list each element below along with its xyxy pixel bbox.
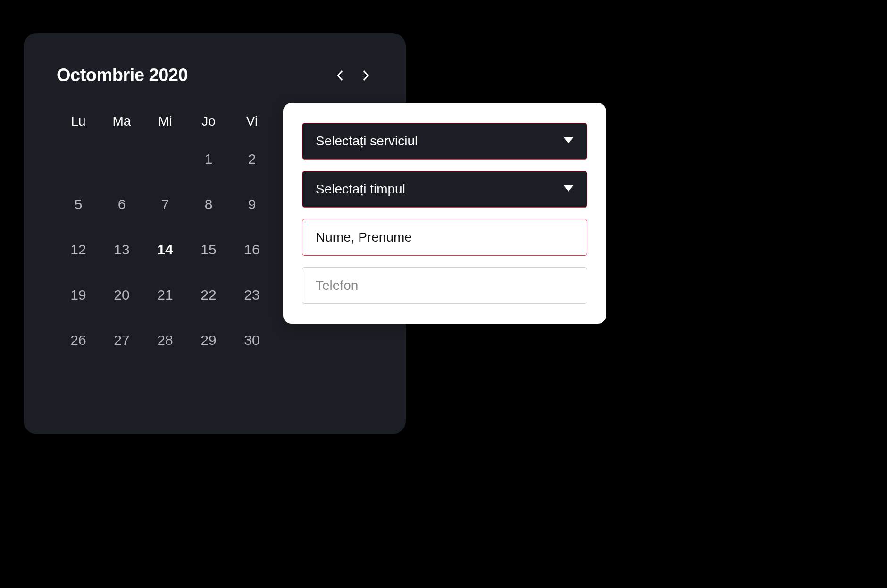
day-cell[interactable]: 16 [230, 238, 274, 261]
time-select-label: Selectați timpul [316, 182, 405, 197]
day-cell[interactable]: 9 [230, 193, 274, 216]
day-number: 14 [157, 242, 173, 258]
next-month-button[interactable] [360, 69, 373, 82]
day-cell[interactable]: 19 [57, 284, 100, 306]
day-cell[interactable]: 15 [187, 238, 230, 261]
weekday-label: Ma [100, 114, 143, 129]
weekday-label: Jo [187, 114, 230, 129]
day-cell[interactable]: 12 [57, 238, 100, 261]
weekday-label: Vi [230, 114, 274, 129]
month-title: Octombrie 2020 [57, 65, 188, 85]
day-cell[interactable]: 30 [230, 329, 274, 352]
weekday-label: Mi [143, 114, 187, 129]
caret-down-icon [563, 137, 574, 145]
svg-marker-0 [563, 137, 574, 143]
day-cell[interactable]: 23 [230, 284, 274, 306]
day-cell[interactable]: 21 [143, 284, 187, 306]
day-cell[interactable]: 20 [100, 284, 143, 306]
service-select-label: Selectați serviciul [316, 134, 418, 149]
name-input[interactable] [302, 219, 587, 256]
day-cell[interactable]: 6 [100, 193, 143, 216]
day-cell[interactable]: 22 [187, 284, 230, 306]
weekdays-row: Lu Ma Mi Jo Vi [47, 114, 283, 129]
day-cell[interactable]: 28 [143, 329, 187, 352]
day-cell[interactable] [100, 148, 143, 170]
time-select[interactable]: Selectați timpul [302, 171, 587, 208]
prev-month-button[interactable] [333, 69, 346, 82]
service-select[interactable]: Selectați serviciul [302, 123, 587, 160]
day-cell[interactable]: 5 [57, 193, 100, 216]
day-cell[interactable]: 29 [187, 329, 230, 352]
day-cell[interactable] [57, 148, 100, 170]
day-cell[interactable]: 2 [230, 148, 274, 170]
day-cell[interactable]: 7 [143, 193, 187, 216]
caret-down-icon [563, 185, 574, 193]
day-cell[interactable]: 13 [100, 238, 143, 261]
day-cell[interactable]: 27 [100, 329, 143, 352]
day-cell[interactable]: 1 [187, 148, 230, 170]
nav-arrows [333, 69, 373, 82]
day-cell-selected[interactable]: 14 [143, 238, 187, 261]
weekday-label: Lu [57, 114, 100, 129]
day-cell[interactable]: 8 [187, 193, 230, 216]
chevron-left-icon [336, 69, 343, 82]
svg-marker-1 [563, 185, 574, 192]
chevron-right-icon [362, 69, 370, 82]
phone-input[interactable] [302, 267, 587, 304]
booking-form-card: Selectați serviciul Selectați timpul [283, 103, 606, 324]
days-grid: 1 2 5 6 7 8 9 12 13 14 15 16 19 20 21 22… [47, 148, 283, 352]
day-cell[interactable]: 26 [57, 329, 100, 352]
calendar-header: Octombrie 2020 [47, 65, 382, 85]
day-cell[interactable] [143, 148, 187, 170]
